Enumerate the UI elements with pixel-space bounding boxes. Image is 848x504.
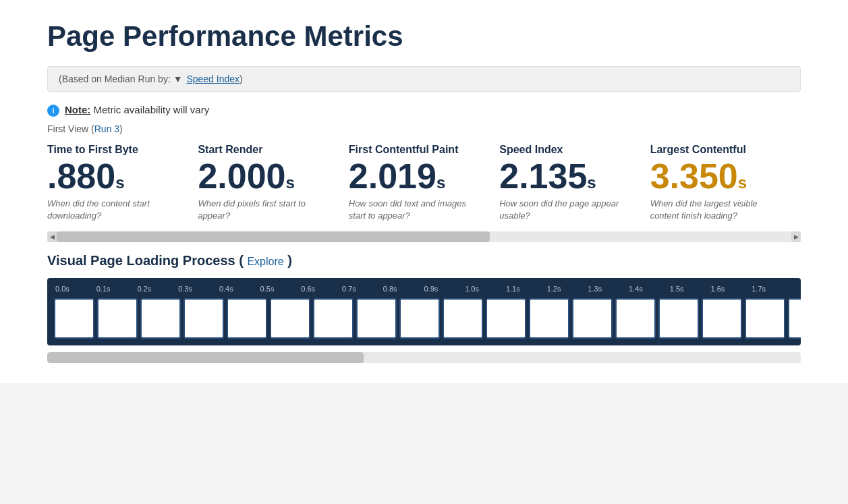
median-bar: (Based on Median Run by: ▼ Speed Index) [47,66,801,92]
median-bar-label: (Based on Median Run by: [59,74,173,84]
filmstrip-frame-15 [702,298,742,339]
time-label-13: 1.3s [588,285,629,293]
filmstrip-frame-10 [486,298,526,339]
page-container: Page Performance Metrics (Based on Media… [0,0,848,383]
metric-unit-3: s [587,173,596,192]
filmstrip-frames [54,298,794,339]
bottom-scrollbar-thumb [47,352,364,363]
metric-value-2: 2.019s [349,159,486,194]
metric-label-2: First Contentful Paint [349,144,486,156]
scrollbar-thumb [57,231,490,242]
metric-description-3: How soon did the page appear usable? [499,198,621,222]
metric-unit-1: s [286,173,295,192]
metric-description-2: How soon did text and images start to ap… [349,198,470,222]
metric-label-3: Speed Index [499,144,636,156]
metric-value-3: 2.135s [499,159,636,194]
time-label-2: 0.2s [137,285,178,293]
run-link[interactable]: Run 3 [94,123,119,134]
time-label-1: 0.1s [96,285,138,293]
dropdown-arrow-icon: ▼ [173,74,183,84]
filmstrip-frame-11 [529,298,569,339]
metric-label-4: Largest Contentful [650,144,787,156]
metric-description-1: When did pixels first start to appear? [198,198,319,222]
page-title: Page Performance Metrics [47,20,801,53]
visual-loading-title: Visual Page Loading Process ( Explore ) [47,253,801,269]
note-body: Metric availability will vary [90,104,209,115]
first-view-label: First View (Run 3) [47,123,801,134]
speed-index-link[interactable]: Speed Index [186,74,239,84]
metric-card-3: Speed Index2.135sHow soon did the page a… [499,144,650,222]
metric-description-4: When did the largest visible content fin… [650,198,772,222]
time-label-16: 1.6s [711,285,752,293]
metric-label-1: Start Render [198,144,335,156]
filmstrip-frame-6 [313,298,354,339]
metric-value-4: 3.350s [650,159,787,194]
time-label-6: 0.6s [301,285,342,293]
metric-unit-0: s [115,173,124,192]
filmstrip-frame-12 [572,298,613,339]
metric-card-4: Largest Contentful3.350sWhen did the lar… [650,144,801,222]
time-label-12: 1.2s [547,285,588,293]
note-section: i Note: Metric availability will vary [47,104,801,117]
metric-label-0: Time to First Byte [47,144,184,156]
filmstrip-frame-4 [227,298,267,339]
filmstrip-frame-17 [788,298,801,339]
time-label-3: 0.3s [178,285,219,293]
time-label-4: 0.4s [219,285,260,293]
filmstrip-frame-5 [270,298,310,339]
time-label-7: 0.7s [342,285,383,293]
metric-value-0: .880s [47,159,184,194]
filmstrip-frame-8 [399,298,440,339]
filmstrip-frame-1 [97,298,138,339]
metric-card-1: Start Render2.000sWhen did pixels first … [198,144,348,222]
time-label-9: 0.9s [424,285,465,293]
scrollbar-right-arrow[interactable]: ▶ [791,231,801,242]
time-label-17: 1.7s [752,285,793,293]
filmstrip-frame-13 [615,298,656,339]
filmstrip-frame-2 [140,298,181,339]
note-prefix: Note: [65,104,90,115]
filmstrip-frame-0 [54,298,94,339]
metric-description-0: When did the content start downloading? [47,198,169,222]
metric-unit-4: s [738,173,747,192]
time-label-0: 0.0s [55,285,96,293]
filmstrip-frame-3 [183,298,224,339]
metric-card-0: Time to First Byte.880sWhen did the cont… [47,144,198,222]
top-scrollbar[interactable]: ◀ ▶ [47,231,801,242]
filmstrip-frame-14 [658,298,699,339]
time-label-14: 1.4s [629,285,670,293]
metrics-row: Time to First Byte.880sWhen did the cont… [47,144,801,222]
bottom-scrollbar[interactable] [47,352,801,363]
metric-value-1: 2.000s [198,159,335,194]
metric-unit-2: s [436,173,445,192]
filmstrip-frame-16 [745,298,785,339]
filmstrip-timeline: 0.0s0.1s0.2s0.3s0.4s0.5s0.6s0.7s0.8s0.9s… [54,285,794,293]
explore-link[interactable]: Explore [247,256,283,267]
metric-card-2: First Contentful Paint2.019sHow soon did… [349,144,499,222]
filmstrip-frame-9 [443,298,483,339]
info-icon: i [47,105,59,117]
time-label-5: 0.5s [260,285,302,293]
median-bar-suffix: ) [239,74,243,84]
filmstrip-container: 0.0s0.1s0.2s0.3s0.4s0.5s0.6s0.7s0.8s0.9s… [47,278,801,345]
time-label-10: 1.0s [465,285,506,293]
time-label-11: 1.1s [506,285,547,293]
time-label-15: 1.5s [670,285,711,293]
note-text: Note: Metric availability will vary [65,104,209,115]
filmstrip-frame-7 [356,298,397,339]
time-label-8: 0.8s [383,285,424,293]
scrollbar-left-arrow[interactable]: ◀ [47,231,57,242]
